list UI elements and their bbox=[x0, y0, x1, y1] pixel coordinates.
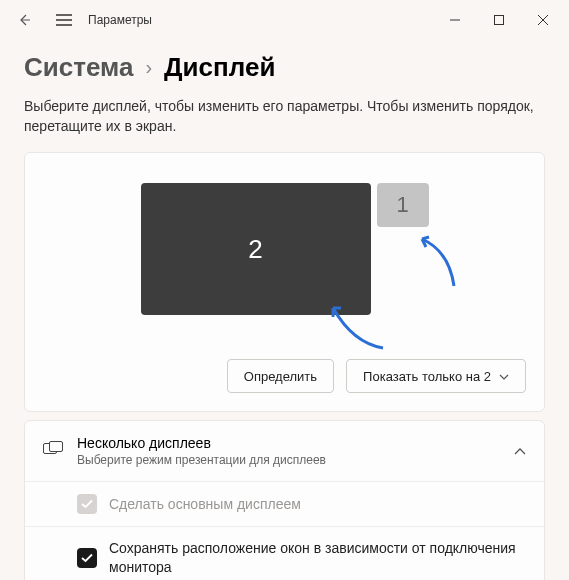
hamburger-icon bbox=[56, 14, 72, 26]
maximize-icon bbox=[494, 15, 504, 25]
svg-rect-2 bbox=[50, 442, 63, 452]
annotation-arrow-top bbox=[414, 231, 464, 291]
window-title: Параметры bbox=[88, 13, 152, 27]
menu-button[interactable] bbox=[44, 0, 84, 40]
annotation-arrow-bottom bbox=[323, 298, 393, 353]
multiple-displays-header[interactable]: Несколько дисплеев Выберите режим презен… bbox=[25, 421, 544, 481]
close-button[interactable] bbox=[521, 4, 565, 36]
back-button[interactable] bbox=[4, 0, 44, 40]
content-area: Система › Дисплей Выберите дисплей, чтоб… bbox=[0, 52, 569, 580]
remember-layout-option[interactable]: Сохранять расположение окон в зависимост… bbox=[25, 526, 544, 580]
monitor-2[interactable]: 2 bbox=[141, 183, 371, 315]
chevron-down-icon bbox=[499, 370, 509, 382]
close-icon bbox=[538, 15, 548, 25]
minimize-icon bbox=[450, 15, 460, 25]
arrangement-buttons: Определить Показать только на 2 bbox=[227, 359, 526, 393]
check-icon bbox=[81, 553, 93, 563]
make-main-display-option: Сделать основным дисплеем bbox=[25, 481, 544, 526]
svg-rect-0 bbox=[495, 16, 504, 25]
remember-layout-checkbox[interactable] bbox=[77, 548, 97, 568]
projection-dropdown[interactable]: Показать только на 2 bbox=[346, 359, 526, 393]
check-icon bbox=[81, 499, 93, 509]
monitors-container: 2 1 bbox=[25, 183, 544, 315]
remember-layout-label: Сохранять расположение окон в зависимост… bbox=[109, 539, 526, 577]
back-arrow-icon bbox=[17, 13, 31, 27]
breadcrumb-parent[interactable]: Система bbox=[24, 52, 133, 83]
maximize-button[interactable] bbox=[477, 4, 521, 36]
identify-button[interactable]: Определить bbox=[227, 359, 334, 393]
breadcrumb-current: Дисплей bbox=[164, 52, 275, 83]
section-title: Несколько дисплеев bbox=[77, 435, 500, 451]
multiple-displays-section: Несколько дисплеев Выберите режим презен… bbox=[24, 420, 545, 580]
identify-button-label: Определить bbox=[244, 369, 317, 384]
breadcrumb-separator: › bbox=[145, 56, 152, 79]
make-main-label: Сделать основным дисплеем bbox=[109, 495, 301, 514]
titlebar: Параметры bbox=[0, 0, 569, 40]
section-subtitle: Выберите режим презентации для дисплеев bbox=[77, 453, 500, 467]
section-text: Несколько дисплеев Выберите режим презен… bbox=[77, 435, 500, 467]
minimize-button[interactable] bbox=[433, 4, 477, 36]
display-arrangement-card: 2 1 Определить Показать только на 2 bbox=[24, 152, 545, 412]
chevron-up-icon bbox=[514, 442, 526, 460]
projection-dropdown-label: Показать только на 2 bbox=[363, 369, 491, 384]
breadcrumb: Система › Дисплей bbox=[24, 52, 545, 83]
instruction-text: Выберите дисплей, чтобы изменить его пар… bbox=[24, 97, 545, 136]
multiple-displays-icon bbox=[43, 441, 63, 461]
monitor-1[interactable]: 1 bbox=[377, 183, 429, 227]
make-main-checkbox bbox=[77, 494, 97, 514]
